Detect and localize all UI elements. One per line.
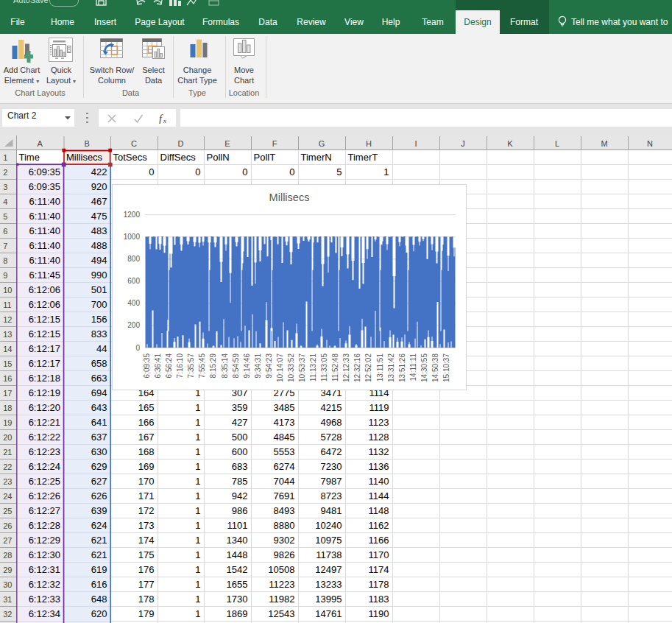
svg-text:x: x (163, 117, 166, 124)
svg-text:0: 0 (135, 344, 140, 352)
svg-text:14:30:55: 14:30:55 (420, 353, 428, 382)
svg-text:200: 200 (127, 321, 140, 329)
svg-text:14:50:38: 14:50:38 (431, 353, 439, 382)
svg-text:1000: 1000 (124, 233, 141, 241)
svg-text:1200: 1200 (124, 211, 141, 219)
svg-text:8:54:59: 8:54:59 (232, 353, 240, 379)
svg-text:600: 600 (127, 277, 140, 285)
svg-text:800: 800 (127, 255, 140, 263)
svg-text:11:33:05: 11:33:05 (320, 353, 328, 382)
svg-text:6:36:41: 6:36:41 (154, 353, 162, 379)
svg-text:10:33:52: 10:33:52 (287, 353, 295, 382)
svg-text:9:54:23: 9:54:23 (265, 353, 273, 379)
svg-text:9:14:46: 9:14:46 (243, 353, 251, 379)
svg-text:6:09:35: 6:09:35 (143, 353, 151, 379)
svg-text:400: 400 (127, 299, 140, 307)
svg-text:10:14:07: 10:14:07 (276, 353, 284, 382)
svg-text:14:11:11: 14:11:11 (409, 353, 417, 381)
svg-text:11:13:21: 11:13:21 (309, 353, 317, 382)
svg-text:7:35:57: 7:35:57 (187, 353, 195, 379)
svg-text:13:11:51: 13:11:51 (376, 353, 384, 382)
svg-text:7:55:45: 7:55:45 (198, 353, 206, 379)
svg-text:11:52:48: 11:52:48 (331, 353, 339, 382)
svg-text:9:34:31: 9:34:31 (254, 353, 262, 379)
svg-text:12:32:16: 12:32:16 (353, 353, 361, 382)
svg-text:15:10:37: 15:10:37 (442, 353, 450, 382)
svg-text:8:15:29: 8:15:29 (209, 353, 217, 379)
svg-text:7:16:10: 7:16:10 (176, 353, 184, 379)
svg-text:13:51:26: 13:51:26 (398, 353, 406, 382)
svg-text:Millisecs: Millisecs (269, 191, 310, 203)
svg-text:8:35:14: 8:35:14 (221, 353, 229, 379)
svg-text:10:53:37: 10:53:37 (298, 353, 306, 382)
svg-text:13:31:42: 13:31:42 (387, 353, 395, 382)
svg-text:6:56:24: 6:56:24 (165, 353, 173, 379)
svg-text:12:52:02: 12:52:02 (364, 353, 372, 382)
svg-text:12:12:33: 12:12:33 (342, 353, 350, 382)
